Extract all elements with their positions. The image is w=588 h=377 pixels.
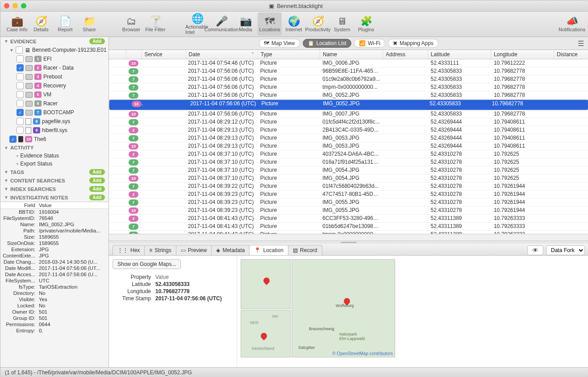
toolbar-locations[interactable]: 🗺Locations — [258, 12, 282, 36]
tree-item[interactable]: 4Recovery — [0, 81, 108, 90]
toolbar-share[interactable]: 📁Share — [77, 12, 101, 36]
toolbar-browser[interactable]: 🗂Browser — [119, 12, 143, 36]
column-header[interactable]: Type — [258, 50, 320, 59]
table-row[interactable]: 72017-11-04 08:29:12 (UTC)Picture01fc5d4… — [109, 118, 588, 126]
close-icon[interactable] — [4, 3, 9, 8]
section-investigative-notes[interactable]: ▼INVESTIGATIVE NOTESAdd — [0, 193, 108, 202]
checkbox[interactable] — [17, 82, 24, 89]
column-header[interactable]: Distance — [554, 50, 588, 59]
checkbox[interactable] — [17, 100, 24, 107]
add-button[interactable]: Add — [89, 38, 105, 44]
filter-map-view[interactable]: 🗺Map View — [259, 39, 300, 48]
map-overview[interactable] — [241, 259, 291, 309]
tree-item[interactable]: 1EFI — [0, 54, 108, 63]
zoom-icon[interactable] — [21, 3, 26, 8]
column-header[interactable]: Latitude — [428, 50, 491, 59]
tree-item[interactable]: ✓10The6 — [0, 135, 108, 144]
column-header[interactable]: Longitude — [491, 50, 554, 59]
disclosure-icon[interactable]: ▼ — [4, 178, 8, 183]
results-grid[interactable]: ServiceDate ⌃TypeNameAddressLatitudeLong… — [109, 50, 588, 234]
toolbar-case-info[interactable]: 💼Case Info — [5, 12, 29, 36]
table-row[interactable]: 22017-11-04 08:41:43 (UTC)Picture6CC3FF5… — [109, 215, 588, 223]
disclosure-icon[interactable]: ▼ — [4, 39, 8, 44]
tree-item[interactable]: 5VM — [0, 90, 108, 99]
table-row[interactable]: 22017-11-04 08:37:10 (UTC)Picture4037252… — [109, 150, 588, 158]
disclosure-icon[interactable]: ▼ — [4, 170, 8, 174]
map-country[interactable]: NDS MV Deutschland — [241, 310, 291, 357]
toolbar-file-filter[interactable]: 🍸File Filter — [143, 12, 167, 36]
tab-preview[interactable]: ▭Preview — [176, 245, 212, 255]
table-row[interactable]: 102017-11-04 07:56:06 (UTC)PictureIMG_00… — [109, 99, 588, 110]
disclosure-icon[interactable]: ▼ — [4, 186, 8, 191]
filter-location-list[interactable]: 📋Location List — [303, 39, 351, 48]
table-row[interactable]: 102017-11-04 07:54:46 (UTC)PictureIMG_00… — [109, 59, 588, 67]
filter-wi-fi[interactable]: 📶Wi-Fi — [354, 39, 385, 48]
quicklook-button[interactable]: 👁 — [527, 245, 543, 255]
table-row[interactable]: 72017-11-04 08:41:43 (UTC)Picture01bb5d6… — [109, 223, 588, 231]
table-row[interactable]: 72017-11-04 07:56:06 (UTC)PictureIMG_005… — [109, 91, 588, 99]
checkbox[interactable] — [17, 73, 24, 80]
tree-item[interactable]: 6Racer — [0, 99, 108, 108]
tab-record[interactable]: ▤Record — [288, 245, 322, 255]
tree-item[interactable]: 9hiberfil.sys — [0, 126, 108, 135]
tree-item[interactable]: 8pagefile.sys — [0, 117, 108, 126]
table-row[interactable]: 102017-11-04 08:37:10 (UTC)PictureIMG_00… — [109, 174, 588, 182]
table-row[interactable]: 72017-11-04 07:56:06 (UTC)Picture96B59E8… — [109, 67, 588, 75]
tab-metadata[interactable]: ◈Metadata — [211, 245, 250, 255]
table-row[interactable]: 72017-11-04 07:56:06 (UTC)Picturetmpm-0x… — [109, 83, 588, 91]
settings-icon[interactable]: ☰ — [578, 39, 584, 48]
filter-mapping-apps[interactable]: ✖Mapping Apps — [388, 39, 438, 48]
table-row[interactable]: 102017-11-04 08:29:13 (UTC)PictureIMG_00… — [109, 142, 588, 150]
tab-strings[interactable]: ≡Strings — [144, 245, 176, 255]
activity-item[interactable]: ▫ Export Status — [0, 160, 108, 168]
toolbar-notifications[interactable]: 📣Notifications — [560, 12, 584, 36]
tree-item[interactable]: ✓2Racer - Data — [0, 63, 108, 72]
add-button[interactable]: Add — [89, 169, 105, 175]
section-tags[interactable]: ▼TAGSAdd — [0, 168, 108, 176]
toolbar-actionable-intel[interactable]: 🌐Actionable Intel — [185, 12, 209, 36]
section-content-searches[interactable]: ▼CONTENT SEARCHESAdd — [0, 176, 108, 185]
toolbar-media[interactable]: 📷Media — [234, 12, 258, 36]
checkbox[interactable]: ✓ — [9, 136, 17, 143]
disclosure-icon[interactable]: ▼ — [4, 145, 8, 150]
column-header[interactable]: Date ⌃ — [186, 50, 258, 59]
tree-item[interactable]: 3Preboot — [0, 72, 108, 81]
table-row[interactable]: 72017-11-04 08:39:22 (UTC)Picture01f47c5… — [109, 182, 588, 191]
table-row[interactable]: 22017-11-04 08:39:23 (UTC)Picture47C7451… — [109, 191, 588, 199]
table-row[interactable]: 22017-11-04 08:29:13 (UTC)Picture2B413C4… — [109, 126, 588, 134]
column-header[interactable] — [126, 50, 142, 59]
toolbar-details[interactable]: 🧭Details — [29, 12, 53, 36]
toolbar-communication[interactable]: 🎤Communication — [209, 12, 234, 36]
checkbox[interactable]: ✓ — [17, 109, 24, 116]
checkbox[interactable]: ✓ — [17, 64, 24, 71]
disclosure-icon[interactable]: ▼ — [4, 195, 8, 200]
toolbar-system[interactable]: 🖥System — [330, 12, 354, 36]
table-row[interactable]: 72017-11-04 08:41:43 (UTC)Picturetmpm-0x… — [109, 231, 588, 234]
column-header[interactable]: Service — [142, 50, 186, 59]
tab-hex[interactable]: ⋮⋮Hex — [113, 245, 145, 255]
checkbox[interactable] — [17, 127, 24, 134]
section-evidence[interactable]: ▼ EVIDENCE Add — [0, 37, 108, 46]
toolbar-internet[interactable]: 🌍Internet — [282, 12, 306, 36]
tab-location[interactable]: 📍Location — [249, 245, 288, 255]
column-header[interactable]: Name — [320, 50, 383, 59]
toolbar-plugins[interactable]: 🧩Plugins — [354, 12, 378, 36]
tree-item[interactable]: ✓7BOOTCAMP — [0, 108, 108, 117]
minimize-icon[interactable] — [13, 3, 18, 8]
add-button[interactable]: Add — [89, 195, 105, 200]
table-row[interactable]: 102017-11-04 07:56:06 (UTC)PictureIMG_00… — [109, 110, 588, 118]
table-row[interactable]: 72017-11-04 08:29:13 (UTC)PictureIMG_005… — [109, 134, 588, 142]
add-button[interactable]: Add — [89, 178, 105, 183]
toolbar-productivity[interactable]: 🧭Productivity — [306, 12, 330, 36]
table-row[interactable]: 72017-11-04 08:37:10 (UTC)PictureIMG_005… — [109, 166, 588, 174]
column-header[interactable]: Address — [383, 50, 428, 59]
table-row[interactable]: 102017-11-04 08:39:23 (UTC)PictureIMG_00… — [109, 207, 588, 215]
add-button[interactable]: Add — [89, 186, 105, 192]
view-select[interactable]: Data Fork — [546, 245, 585, 255]
checkbox[interactable] — [17, 118, 24, 125]
tree-item[interactable]: ▼ −🖥Bennett-Computer-191230.E01 — [0, 46, 108, 54]
section-activity[interactable]: ▼ ACTIVITY — [0, 144, 108, 152]
checkbox[interactable]: − — [16, 46, 23, 54]
toolbar-report[interactable]: 📄Report — [53, 12, 77, 36]
section-index-searches[interactable]: ▼INDEX SEARCHESAdd — [0, 185, 108, 193]
